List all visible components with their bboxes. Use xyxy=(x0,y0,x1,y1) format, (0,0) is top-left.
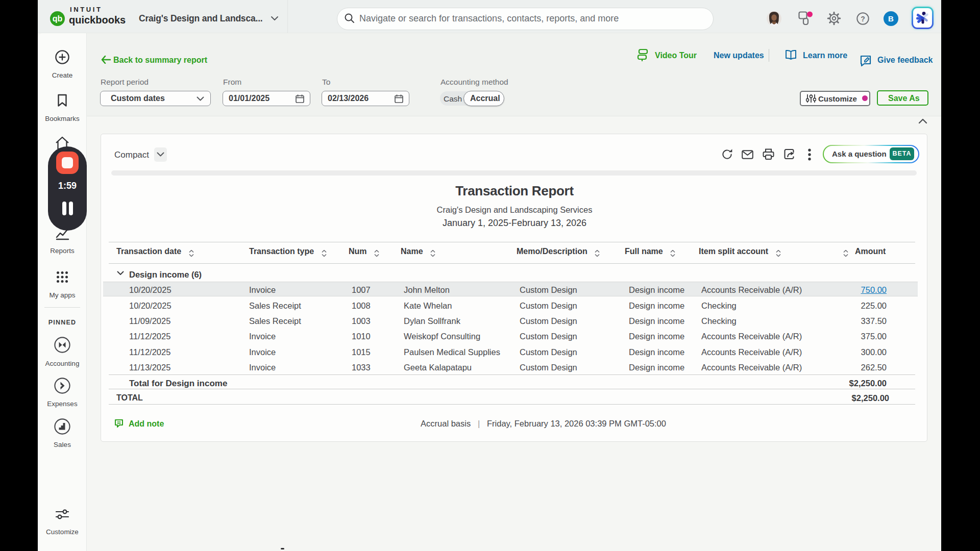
svg-text:?: ? xyxy=(861,15,865,23)
svg-text:qb: qb xyxy=(53,14,63,23)
